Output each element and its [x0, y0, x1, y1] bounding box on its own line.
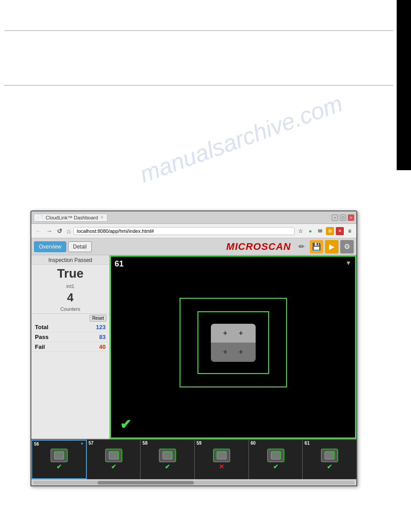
- close-btn[interactable]: ×: [348, 215, 354, 221]
- microscan-logo: MICROSCAN: [226, 241, 291, 253]
- thumb-num-57: 57: [89, 441, 94, 446]
- inspection-header: Inspection Passed: [31, 255, 109, 265]
- window-controls: − □ ×: [332, 215, 354, 221]
- top-divider: [4, 30, 393, 31]
- browser-tab[interactable]: 📄 CloudLink™ Dashboard ×: [34, 214, 107, 222]
- watermark: manualsarchive.com: [136, 90, 346, 188]
- stats-table: Total 123 Pass 83 Fail 40: [31, 322, 109, 352]
- pass-label: Pass: [31, 332, 74, 342]
- address-bar-icons: ☆ ● ✉ ⊞ ✕ ≡: [296, 227, 354, 235]
- main-content: Inspection Passed True int1 4 Counters R…: [31, 255, 356, 439]
- close-icon-addr[interactable]: ✕: [336, 227, 344, 235]
- app-toolbar: Overview Detail MICROSCAN ✏ 💾 ▶ ⚙: [31, 238, 356, 255]
- right-sidebar: [397, 0, 411, 170]
- thumb-die-inner-58: [163, 451, 172, 459]
- mail-icon[interactable]: ✉: [316, 227, 324, 235]
- thumb-check-56: ✔: [56, 463, 62, 470]
- thumb-num-56: 56: [34, 442, 39, 446]
- total-value: 123: [74, 322, 109, 332]
- thumb-60[interactable]: 60 ✔: [249, 440, 303, 479]
- star-icon[interactable]: ☆: [296, 227, 304, 235]
- thumb-num-60: 60: [251, 441, 256, 446]
- thumb-check-61: ✔: [327, 463, 332, 470]
- thumb-die-inner-60: [271, 451, 281, 459]
- address-bar: ← → ↺ ⌂ ☆ ● ✉ ⊞ ✕ ≡: [31, 224, 356, 238]
- bottom-divider: [4, 85, 393, 86]
- app-area: Overview Detail MICROSCAN ✏ 💾 ▶ ⚙ Inspec…: [31, 238, 356, 485]
- tab-close-btn[interactable]: ×: [101, 215, 103, 220]
- thumb-die-59: [213, 449, 230, 462]
- thumb-die-inner-56: [54, 451, 64, 459]
- title-bar: 📄 CloudLink™ Dashboard × − □ ×: [31, 211, 356, 224]
- inner-rect: [197, 311, 269, 374]
- reset-btn[interactable]: Reset: [90, 315, 107, 322]
- forward-btn[interactable]: →: [45, 227, 54, 235]
- thumb-die-inner-59: [217, 451, 227, 459]
- reload-btn[interactable]: ↺: [56, 227, 64, 235]
- thumb-56[interactable]: 56 ▼ ✔: [31, 440, 87, 479]
- menu-icon[interactable]: ≡: [346, 227, 354, 235]
- maximize-btn[interactable]: □: [340, 215, 346, 221]
- toolbar-icons: ✏ 💾 ▶ ⚙: [295, 240, 354, 253]
- reset-row: Reset: [31, 314, 109, 322]
- thumb-die-inner-61: [325, 451, 334, 459]
- die-body: [211, 324, 256, 362]
- browser-window: 📄 CloudLink™ Dashboard × − □ × ← → ↺ ⌂ ☆…: [30, 210, 357, 486]
- scroll-area[interactable]: [31, 479, 356, 485]
- die-top-half: [211, 324, 256, 343]
- tab-label: CloudLink™ Dashboard: [46, 215, 98, 220]
- thumb-61[interactable]: 61 ✔: [303, 440, 356, 479]
- dot-tr: [237, 329, 245, 337]
- save-btn[interactable]: 💾: [310, 240, 323, 253]
- fail-row: Fail 40: [31, 342, 109, 352]
- image-checkmark: ✔: [120, 416, 131, 432]
- pass-row: Pass 83: [31, 332, 109, 342]
- gear-btn[interactable]: ⚙: [340, 240, 354, 253]
- outer-rect: [180, 298, 287, 387]
- thumb-filter-56: ▼: [80, 442, 84, 446]
- thumb-num-59: 59: [197, 441, 201, 446]
- total-label: Total: [31, 322, 74, 332]
- thumb-die-57: [105, 449, 122, 462]
- pass-value: 83: [74, 332, 109, 342]
- left-panel: Inspection Passed True int1 4 Counters R…: [31, 255, 110, 439]
- total-row: Total 123: [31, 322, 109, 332]
- counters-label: Counters: [31, 305, 109, 314]
- dot-tl: [221, 329, 229, 337]
- frame-number: 61: [115, 259, 124, 269]
- thumb-die-61: [321, 449, 338, 462]
- image-panel: 61 ▼: [110, 255, 356, 439]
- scrollbar-thumb[interactable]: [98, 481, 194, 485]
- thumb-check-57: ✔: [111, 463, 116, 470]
- thumbnail-strip: 56 ▼ ✔ 57 ✔ 58 ✔: [31, 439, 356, 479]
- circle-icon[interactable]: ●: [306, 227, 314, 235]
- thumb-num-58: 58: [142, 441, 147, 446]
- overview-tab[interactable]: Overview: [34, 241, 66, 252]
- thumb-die-60: [267, 449, 284, 462]
- scrollbar-track[interactable]: [33, 481, 355, 485]
- dot-bl: [221, 348, 229, 356]
- pencil-btn[interactable]: ✏: [295, 240, 308, 253]
- thumb-die-inner-57: [109, 451, 119, 459]
- back-btn[interactable]: ←: [34, 227, 43, 235]
- thumb-check-60: ✔: [273, 463, 278, 470]
- thumb-57[interactable]: 57 ✔: [87, 440, 141, 479]
- minimize-btn[interactable]: −: [332, 215, 338, 221]
- address-input[interactable]: [73, 227, 295, 235]
- play-btn[interactable]: ▶: [325, 240, 338, 253]
- thumb-58[interactable]: 58 ✔: [141, 440, 195, 479]
- inspection-value: True: [31, 265, 109, 283]
- die-visualization: [180, 298, 287, 387]
- filter-icon[interactable]: ▼: [345, 259, 351, 266]
- thumb-num-61: 61: [304, 441, 309, 446]
- fail-value: 40: [74, 342, 109, 352]
- home-btn[interactable]: ⌂: [65, 227, 72, 235]
- grid-icon[interactable]: ⊞: [326, 227, 334, 235]
- tab-doc-icon: 📄: [38, 215, 43, 220]
- thumb-die-56: [51, 449, 68, 462]
- thumb-59[interactable]: 59 ✕: [195, 440, 249, 479]
- dot-br: [237, 348, 245, 356]
- detail-tab[interactable]: Detail: [68, 241, 92, 252]
- thumb-die-58: [159, 449, 176, 462]
- fail-label: Fail: [31, 342, 74, 352]
